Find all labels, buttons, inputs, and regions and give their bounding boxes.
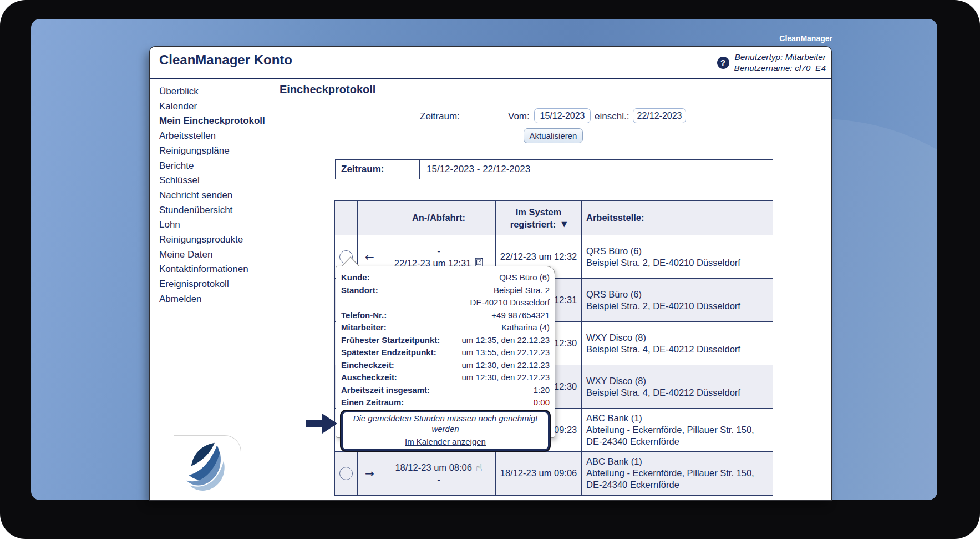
- show-in-calendar-link[interactable]: Im Kalender anzeigen: [405, 437, 486, 446]
- table-row6-arrival-cell: 18/12-23 um 08:06 ☝ -: [382, 452, 496, 495]
- tooltip-value-auscheckzeit: um 12:30, den 22.12.23: [462, 371, 550, 384]
- sidebar-item-arbeitsstellen[interactable]: Arbeitsstellen: [159, 129, 270, 144]
- cleanmanager-logo-icon: [177, 438, 237, 498]
- period-summary-box: Zeitraum: 15/12-2023 - 22/12-2023: [335, 159, 773, 179]
- row1-departure-time: -: [437, 245, 440, 257]
- sidebar-item-nachricht-senden[interactable]: Nachricht senden: [159, 188, 270, 203]
- sidebar-item-mein-eincheckprotokoll[interactable]: Mein Eincheckprotokoll: [159, 114, 270, 129]
- to-label: einschl.:: [595, 111, 629, 122]
- row6-workplace-name: ABC Bank (1): [586, 456, 642, 467]
- sidebar-item-reinigungsplaene[interactable]: Reinigungspläne: [159, 144, 270, 159]
- header-registered-line1: Im System: [516, 206, 562, 218]
- tooltip-label-kunde: Kunde:: [341, 271, 370, 284]
- tooltip-label-arbeitszeit: Arbeitszeit insgesamt:: [341, 384, 430, 397]
- sidebar-divider: [273, 79, 273, 500]
- tooltip-value-eincheckzeit: um 12:30, den 22.12.23: [462, 359, 550, 372]
- tooltip-value-telefon: +49 987654321: [491, 309, 550, 322]
- summary-value: 15/12-2023 - 22/12-2023: [420, 160, 773, 179]
- tooltip-pointer: [342, 258, 359, 266]
- to-date-input[interactable]: [633, 108, 686, 123]
- page-title: CleanManager Konto: [159, 52, 292, 68]
- window-title-label: CleanManager: [779, 34, 832, 43]
- arrow-left-icon: ←: [365, 250, 374, 264]
- row3-workplace-address: Beispiel Stra. 4, DE-40212 Düsseldorf: [586, 344, 740, 355]
- table-row4-workplace-cell: WXY Disco (8) Beispiel Stra. 4, DE-40212…: [582, 365, 773, 409]
- table-row5-workplace-cell: ABC Bank (1) Abteilung - Eckernförde, Pi…: [582, 409, 773, 452]
- table-row6-radio-cell: [335, 452, 358, 495]
- table-row6-direction-cell: →: [358, 452, 382, 495]
- approval-notice-text: Die gemeldeten Stunden müssen noch geneh…: [344, 413, 547, 434]
- header-registered[interactable]: Im System registriert: ▼: [496, 201, 582, 235]
- tooltip-value-standort-line1: Beispiel Stra. 2: [494, 284, 550, 297]
- sidebar-item-berichte[interactable]: Berichte: [159, 159, 270, 174]
- sidebar-item-abmelden[interactable]: Abmelden: [159, 292, 270, 307]
- tooltip-label-mitarbeiter: Mitarbeiter:: [341, 321, 387, 334]
- tooltip-label-fruehester-start: Frühester Startzeitpunkt:: [341, 334, 440, 347]
- sidebar-item-ereignisprotokoll[interactable]: Ereignisprotokoll: [159, 277, 270, 292]
- sidebar-item-kalender[interactable]: Kalender: [159, 99, 270, 114]
- table-row1-workplace-cell: QRS Büro (6) Beispiel Stra. 2, DE-40210 …: [582, 235, 773, 279]
- row2-workplace-address: Beispiel Stra. 2, DE-40210 Düsseldorf: [586, 300, 740, 312]
- tooltip-label-telefon: Telefon-Nr.:: [341, 309, 387, 322]
- row6-workplace-city: DE-24340 Eckernförde: [586, 479, 679, 491]
- tooltip-label-einen-zeitraum: Einen Zeitraum:: [341, 396, 404, 409]
- sidebar-item-kontaktinformationen[interactable]: Kontaktinformationen: [159, 262, 270, 277]
- row6-arrival-time: -: [437, 473, 440, 486]
- header-radio-col: [335, 201, 358, 235]
- arrow-right-icon: →: [365, 467, 374, 480]
- period-label: Zeitraum:: [420, 111, 460, 122]
- user-name-label: Benutzername: cl70_E4: [734, 63, 826, 74]
- user-info-block: ? Benutzertyp: Mitarbeiter Benutzername:…: [717, 52, 826, 73]
- row6-workplace-address: Abteilung - Eckernförde, Pillauer Str. 1…: [586, 467, 754, 479]
- summary-label: Zeitraum:: [336, 160, 420, 179]
- row3-workplace-name: WXY Disco (8): [586, 332, 646, 344]
- sidebar-item-meine-daten[interactable]: Meine Daten: [159, 248, 270, 263]
- browser-window: CleanManager Konto ? Benutzertyp: Mitarb…: [150, 47, 831, 500]
- header-arrival: An-/Abfahrt:: [382, 201, 496, 235]
- from-label: Vom:: [508, 111, 530, 122]
- from-date-input[interactable]: [534, 108, 591, 123]
- user-type-label: Benutzertyp: Mitarbeiter: [734, 52, 826, 63]
- sidebar-item-lohn[interactable]: Lohn: [159, 218, 270, 233]
- sidebar-item-reinigungsprodukte[interactable]: Reinigungsprodukte: [159, 233, 270, 248]
- update-button[interactable]: Aktualisieren: [524, 128, 583, 143]
- header-direction-col: [358, 201, 382, 235]
- table-row6-workplace-cell: ABC Bank (1) Abteilung - Eckernförde, Pi…: [582, 452, 773, 495]
- table-row6-registered-cell: 18/12-23 um 09:06: [496, 452, 582, 495]
- help-icon[interactable]: ?: [717, 57, 729, 69]
- tooltip-value-fruehester-start: um 12:35, den 22.12.23: [462, 334, 550, 347]
- tooltip-value-spaetester-end: um 13:55, den 22.12.23: [462, 346, 550, 359]
- row6-departure-time: 18/12-23 um 08:06: [395, 461, 472, 473]
- row4-workplace-name: WXY Disco (8): [586, 375, 646, 387]
- row5-workplace-address: Abteilung - Eckernförde, Pillauer Str. 1…: [586, 424, 754, 436]
- sidebar-nav: Überblick Kalender Mein Eincheckprotokol…: [159, 84, 270, 307]
- hand-pointer-icon: ☝: [476, 462, 483, 472]
- tooltip-label-eincheckzeit: Eincheckzeit:: [341, 359, 394, 372]
- screenshot-stage: CleanManager CleanManager Konto ? Benutz…: [0, 0, 980, 539]
- header-workplace: Arbeitsstelle:: [582, 201, 773, 235]
- tooltip-value-mitarbeiter: Katharina (4): [501, 321, 550, 334]
- tooltip-label-spaetester-end: Spätester Endzeitpunkt:: [341, 346, 436, 359]
- table-row2-workplace-cell: QRS Büro (6) Beispiel Stra. 2, DE-40210 …: [582, 279, 773, 322]
- sort-desc-icon[interactable]: ▼: [561, 218, 567, 230]
- approval-notice-box: Die gemeldeten Stunden müssen noch geneh…: [341, 411, 550, 451]
- user-info-lines: Benutzertyp: Mitarbeiter Benutzername: c…: [734, 52, 826, 73]
- checkin-detail-tooltip: Kunde:QRS Büro (6) Standort:Beispiel Str…: [336, 266, 555, 438]
- sidebar-item-schluessel[interactable]: Schlüssel: [159, 173, 270, 188]
- tooltip-value-arbeitszeit: 1:20: [534, 384, 550, 397]
- row2-workplace-name: QRS Büro (6): [586, 289, 642, 300]
- header-divider: [150, 78, 831, 79]
- row4-workplace-address: Beispiel Stra. 4, DE-40212 Düsseldorf: [586, 387, 740, 399]
- tooltip-value-einen-zeitraum: 0:00: [534, 396, 550, 409]
- row5-workplace-name: ABC Bank (1): [586, 412, 642, 424]
- tooltip-value-standort-line2: DE-40210 Düsseldorf: [470, 296, 550, 309]
- sidebar-item-stundenuebersicht[interactable]: Stundenübersicht: [159, 203, 270, 218]
- row6-radio[interactable]: [339, 467, 353, 480]
- row1-workplace-name: QRS Büro (6): [586, 245, 642, 257]
- tooltip-label-standort: Standort:: [341, 284, 378, 297]
- section-heading: Eincheckprotokoll: [280, 83, 375, 96]
- sidebar-item-ueberblick[interactable]: Überblick: [159, 84, 270, 99]
- tooltip-label-auscheckzeit: Auscheckzeit:: [341, 371, 397, 384]
- header-registered-line2: registriert:: [510, 218, 556, 230]
- annotation-arrow-icon: [306, 413, 338, 434]
